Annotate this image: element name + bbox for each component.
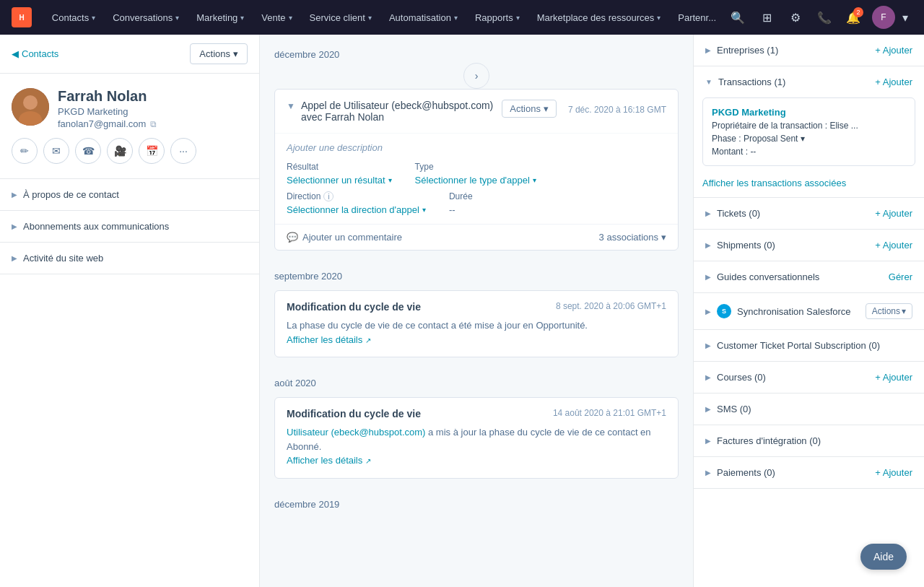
- breadcrumb[interactable]: ◀ Contacts: [12, 48, 58, 59]
- section-about: ▶ À propos de ce contact: [0, 179, 259, 211]
- nav-rapports[interactable]: Rapports ▾: [466, 0, 528, 35]
- chevron-down-icon: ▾: [240, 14, 244, 22]
- view-transactions-link[interactable]: Afficher les transactions associées: [694, 175, 924, 197]
- avatar: [12, 88, 49, 126]
- add-comment-button[interactable]: 💬 Ajouter un commentaire: [287, 232, 402, 243]
- section-courses-header[interactable]: ▶ Courses (0) + Ajouter: [694, 362, 924, 393]
- lifecycle-header-aug: Modification du cycle de vie 14 août 202…: [287, 408, 666, 419]
- section-about-header[interactable]: ▶ À propos de ce contact: [0, 179, 259, 210]
- section-entreprises: ▶ Entreprises (1) + Ajouter: [694, 35, 924, 66]
- nav-icon-group: 🔍 ⊞ ⚙ 📞 🔔 2 F ▾: [725, 4, 912, 30]
- user-link[interactable]: Utilisateur (ebeck@hubspot.com): [287, 427, 428, 438]
- chevron-down-icon: ▾: [454, 14, 458, 22]
- nav-vente[interactable]: Vente ▾: [253, 0, 300, 35]
- calendar-button[interactable]: 📅: [139, 138, 165, 164]
- phone-button[interactable]: 📞: [811, 4, 837, 30]
- section-transactions-header[interactable]: ▼ Transactions (1) + Ajouter: [694, 66, 924, 97]
- chevron-down-icon: ▾: [175, 14, 179, 22]
- nav-service[interactable]: Service client ▾: [301, 0, 380, 35]
- chevron-down-icon: ▾: [661, 232, 666, 243]
- direction-select[interactable]: Sélectionner la direction d'appel ▾: [287, 204, 426, 215]
- section-activity-header[interactable]: ▶ Activité du site web: [0, 243, 259, 274]
- phase-select[interactable]: Proposal Sent ▾: [744, 134, 805, 144]
- chevron-right-icon: ▶: [705, 241, 711, 249]
- nav-partenaires[interactable]: Partenr...: [669, 0, 725, 35]
- section-salesforce-header[interactable]: ▶ S Synchronisation Salesforce Actions ▾: [694, 293, 924, 329]
- info-icon: i: [323, 191, 334, 201]
- section-guides-header[interactable]: ▶ Guides conversationnels Gérer: [694, 261, 924, 292]
- contact-email: fanolan7@gmail.com ⧉: [58, 118, 157, 129]
- nav-automatisation[interactable]: Automatisation ▾: [380, 0, 466, 35]
- section-sms-header[interactable]: ▶ SMS (0): [694, 393, 924, 425]
- email-button[interactable]: ✉: [43, 138, 69, 164]
- section-courses: ▶ Courses (0) + Ajouter: [694, 362, 924, 393]
- add-paiement-button[interactable]: + Ajouter: [875, 467, 912, 478]
- collapse-chevron-icon[interactable]: ▼: [287, 101, 295, 111]
- notification-badge: 2: [853, 7, 863, 17]
- month-august-2020: août 2020: [274, 363, 679, 397]
- nav-conversations[interactable]: Conversations ▾: [104, 0, 188, 35]
- call-type-field: Type Sélectionner le type d'appel ▾: [415, 162, 536, 186]
- contact-profile: Farrah Nolan PKGD Marketing fanolan7@gma…: [0, 74, 259, 179]
- type-select[interactable]: Sélectionner le type d'appel ▾: [415, 175, 536, 186]
- apps-button[interactable]: ⊞: [754, 4, 780, 30]
- video-button[interactable]: 🎥: [107, 138, 133, 164]
- section-paiements-header[interactable]: ▶ Paiements (0) + Ajouter: [694, 457, 924, 488]
- user-avatar[interactable]: F: [872, 6, 895, 29]
- add-transaction-button[interactable]: + Ajouter: [875, 77, 912, 87]
- section-sms: ▶ SMS (0): [694, 393, 924, 425]
- add-shipment-button[interactable]: + Ajouter: [875, 240, 912, 251]
- section-customer-ticket: ▶ Customer Ticket Portal Subscription (0…: [694, 330, 924, 362]
- nav-marketplace[interactable]: Marketplace des ressources ▾: [528, 0, 670, 35]
- copy-icon[interactable]: ⧉: [150, 119, 157, 129]
- hubspot-logo[interactable]: H: [12, 7, 32, 27]
- notifications-button[interactable]: 🔔 2: [840, 4, 866, 30]
- chevron-down-icon: ▾: [902, 306, 906, 316]
- chevron-down-icon: ▾: [233, 48, 238, 59]
- section-factures-header[interactable]: ▶ Factures d'intégration (0): [694, 425, 924, 456]
- transaction-owner: Propriétaire de la transaction : Elise .…: [712, 121, 906, 131]
- chevron-down-icon: ▾: [657, 14, 661, 22]
- section-guides: ▶ Guides conversationnels Gérer: [694, 261, 924, 293]
- call-direction-field: Direction i Sélectionner la direction d'…: [287, 191, 426, 215]
- section-subscriptions-header[interactable]: ▶ Abonnements aux communications: [0, 211, 259, 242]
- avatar-chevron[interactable]: ▾: [898, 4, 912, 30]
- chevron-right-icon: ▶: [705, 437, 711, 445]
- left-sidebar: ◀ Contacts Actions ▾ Farrah Nolan: [0, 35, 260, 587]
- call-actions-button[interactable]: Actions ▾: [502, 100, 557, 118]
- search-button[interactable]: 🔍: [725, 4, 751, 30]
- edit-button[interactable]: ✏: [12, 138, 38, 164]
- main-layout: ◀ Contacts Actions ▾ Farrah Nolan: [0, 35, 924, 587]
- call-activity-card: ▼ Appel de Utilisateur (ebeck@hubspot.co…: [274, 89, 679, 251]
- add-course-button[interactable]: + Ajouter: [875, 372, 912, 383]
- add-ticket-button[interactable]: + Ajouter: [875, 208, 912, 219]
- show-details-link-aug[interactable]: Afficher les détails ↗: [287, 455, 371, 466]
- expand-button[interactable]: ›: [463, 63, 489, 89]
- external-link-icon: ↗: [365, 457, 371, 465]
- add-description[interactable]: Ajouter une description: [287, 142, 666, 153]
- result-select[interactable]: Sélectionner un résultat ▾: [287, 175, 392, 186]
- settings-button[interactable]: ⚙: [783, 4, 808, 30]
- section-entreprises-header[interactable]: ▶ Entreprises (1) + Ajouter: [694, 35, 924, 66]
- associations-button[interactable]: 3 associations ▾: [599, 232, 666, 243]
- show-details-link[interactable]: Afficher les détails ↗: [287, 334, 371, 345]
- section-shipments-header[interactable]: ▶ Shipments (0) + Ajouter: [694, 230, 924, 261]
- chevron-down-icon: ▾: [422, 206, 426, 214]
- nav-contacts[interactable]: Contacts ▾: [43, 0, 104, 35]
- section-paiements: ▶ Paiements (0) + Ajouter: [694, 457, 924, 489]
- more-button[interactable]: ···: [170, 138, 196, 164]
- call-card-body: Ajouter une description Résultat Sélecti…: [275, 134, 678, 224]
- section-factures: ▶ Factures d'intégration (0): [694, 425, 924, 457]
- nav-marketing[interactable]: Marketing ▾: [188, 0, 253, 35]
- add-entreprise-button[interactable]: + Ajouter: [875, 45, 912, 56]
- salesforce-actions-button[interactable]: Actions ▾: [866, 303, 912, 319]
- call-button[interactable]: ☎: [75, 138, 101, 164]
- section-customer-ticket-header[interactable]: ▶ Customer Ticket Portal Subscription (0…: [694, 330, 924, 361]
- chevron-down-icon: ▾: [368, 14, 372, 22]
- right-sidebar: ▶ Entreprises (1) + Ajouter ▼ Transactio…: [693, 35, 924, 587]
- manage-guides-button[interactable]: Gérer: [889, 271, 912, 282]
- actions-button[interactable]: Actions ▾: [190, 43, 248, 64]
- section-tickets-header[interactable]: ▶ Tickets (0) + Ajouter: [694, 198, 924, 229]
- aide-button[interactable]: Aide: [860, 544, 907, 570]
- transaction-name[interactable]: PKGD Marketing: [712, 107, 906, 118]
